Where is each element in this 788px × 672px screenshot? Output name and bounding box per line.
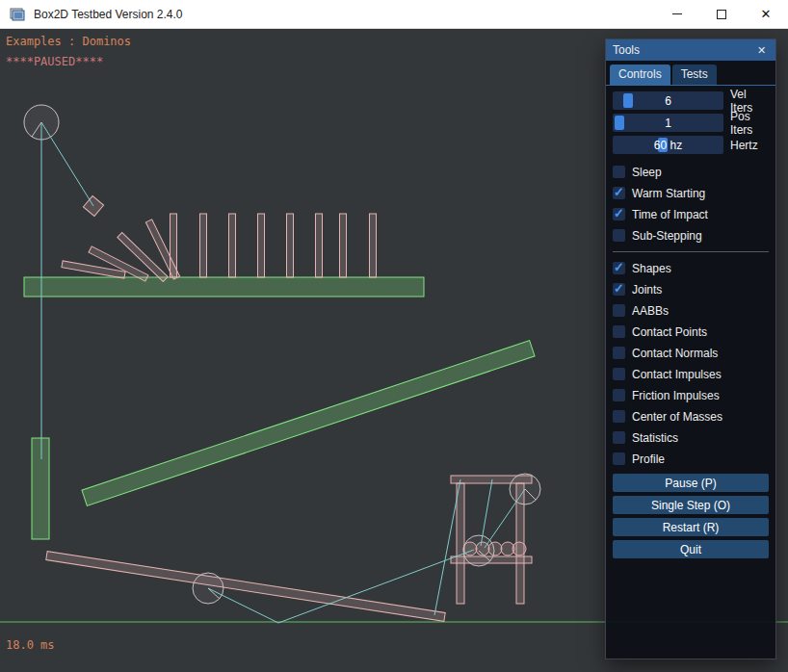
slider-label: Pos Iters xyxy=(730,110,769,137)
domino[interactable] xyxy=(229,214,236,277)
app-icon xyxy=(10,7,25,22)
checkbox-box[interactable]: ✓ xyxy=(613,410,625,423)
checkbox-profile[interactable]: ✓ Profile xyxy=(613,452,769,465)
example-label: Examples : Dominos xyxy=(6,35,131,48)
hertz-slider[interactable]: 60 hz xyxy=(613,136,723,154)
checkbox-label: AABBs xyxy=(632,304,669,318)
checkbox-contact-normals[interactable]: ✓ Contact Normals xyxy=(613,347,769,359)
slider-row-hertz: 60 hz Hertz xyxy=(613,136,769,154)
checkbox-box[interactable]: ✓ xyxy=(613,325,625,338)
slider-value: 60 hz xyxy=(613,136,723,154)
maximize-icon xyxy=(717,10,726,19)
checkbox-box[interactable]: ✓ xyxy=(613,389,625,401)
tab-bar: Controls Tests xyxy=(606,61,775,86)
checkbox-box[interactable]: ✓ xyxy=(613,347,625,359)
checkbox-label: Contact Points xyxy=(632,325,707,339)
checkbox-label: Statistics xyxy=(632,431,678,445)
checkbox-label: Joints xyxy=(632,283,662,297)
checkbox-label: Contact Impulses xyxy=(632,368,722,381)
pause-button[interactable]: Pause (P) xyxy=(613,474,769,492)
vertical-plank xyxy=(32,438,49,539)
domino[interactable] xyxy=(200,214,207,277)
tab-controls[interactable]: Controls xyxy=(610,65,670,85)
frame-left-post[interactable] xyxy=(457,483,464,604)
checkbox-label: Sub-Stepping xyxy=(632,229,702,243)
tools-panel-titlebar[interactable]: Tools ✕ xyxy=(606,39,775,61)
checkbox-box[interactable]: ✓ xyxy=(613,304,625,317)
checkbox-friction-impulses[interactable]: ✓ Friction Impulses xyxy=(613,389,769,401)
slider-row-pos-iters: 1 Pos Iters xyxy=(613,114,769,132)
domino[interactable] xyxy=(370,214,377,277)
tools-panel-title: Tools xyxy=(613,43,640,57)
quit-button[interactable]: Quit xyxy=(613,540,769,558)
checkbox-box[interactable]: ✓ xyxy=(613,187,625,199)
checkbox-label: Contact Normals xyxy=(632,347,718,360)
checkbox-box[interactable]: ✓ xyxy=(613,208,625,220)
tools-panel: Tools ✕ Controls Tests 6 Vel Iters 1 Pos… xyxy=(605,39,776,659)
checkbox-box[interactable]: ✓ xyxy=(613,166,625,178)
platform-shelf xyxy=(24,277,424,297)
checkbox-contact-impulses[interactable]: ✓ Contact Impulses xyxy=(613,368,769,380)
tab-tests[interactable]: Tests xyxy=(672,65,717,85)
joint-line xyxy=(41,122,93,206)
checkbox-center-of-masses[interactable]: ✓ Center of Masses xyxy=(613,410,769,423)
slider-value: 1 xyxy=(613,114,723,132)
checkbox-box[interactable]: ✓ xyxy=(613,452,625,465)
restart-button[interactable]: Restart (R) xyxy=(613,518,769,536)
window-titlebar[interactable]: Box2D Testbed Version 2.4.0 ✕ xyxy=(0,0,788,29)
vel-iters-slider[interactable]: 6 xyxy=(613,91,723,110)
window-title: Box2D Testbed Version 2.4.0 xyxy=(34,8,183,21)
close-icon: ✕ xyxy=(761,7,772,21)
minimize-icon xyxy=(672,13,682,14)
checkbox-joints[interactable]: ✓ Joints xyxy=(613,283,769,296)
tilted-plank[interactable] xyxy=(46,552,445,622)
checkbox-label: Profile xyxy=(632,452,665,466)
minimize-button[interactable] xyxy=(655,0,699,28)
checkbox-aabbs[interactable]: ✓ AABBs xyxy=(613,304,769,317)
checkbox-box[interactable]: ✓ xyxy=(613,431,625,444)
frame-time-label: 18.0 ms xyxy=(6,638,55,652)
domino[interactable] xyxy=(287,214,294,277)
domino[interactable] xyxy=(171,214,177,277)
checkbox-box[interactable]: ✓ xyxy=(613,262,625,274)
domino[interactable] xyxy=(316,214,323,277)
paused-label: ****PAUSED**** xyxy=(6,55,103,68)
panel-close-button[interactable]: ✕ xyxy=(754,43,769,58)
domino[interactable] xyxy=(258,214,265,277)
checkbox-label: Sleep xyxy=(632,166,662,179)
checkbox-sleep[interactable]: ✓ Sleep xyxy=(613,166,769,178)
checkbox-shapes[interactable]: ✓ Shapes xyxy=(613,262,769,274)
check-icon: ✓ xyxy=(614,280,624,297)
checkbox-box[interactable]: ✓ xyxy=(613,368,625,380)
checkbox-label: Center of Masses xyxy=(632,410,722,424)
domino[interactable] xyxy=(340,214,347,277)
pos-iters-slider[interactable]: 1 xyxy=(613,114,723,132)
small-ball[interactable] xyxy=(512,542,526,556)
checkbox-label: Shapes xyxy=(632,262,671,275)
maximize-button[interactable] xyxy=(699,0,744,28)
checkbox-warm-starting[interactable]: ✓ Warm Starting xyxy=(613,187,769,199)
slider-row-vel-iters: 6 Vel Iters xyxy=(613,91,769,110)
checkbox-contact-points[interactable]: ✓ Contact Points xyxy=(613,325,769,338)
joint-line xyxy=(481,479,492,546)
checkbox-box[interactable]: ✓ xyxy=(613,283,625,296)
close-button[interactable]: ✕ xyxy=(744,0,788,28)
separator xyxy=(613,251,769,252)
checkbox-sub-stepping[interactable]: ✓ Sub-Stepping xyxy=(613,229,769,242)
checkbox-statistics[interactable]: ✓ Statistics xyxy=(613,431,769,444)
check-icon: ✓ xyxy=(614,205,624,221)
checkbox-label: Warm Starting xyxy=(632,187,705,200)
checkbox-label: Time of Impact xyxy=(632,208,708,221)
checkbox-time-of-impact[interactable]: ✓ Time of Impact xyxy=(613,208,769,220)
panel-content: 6 Vel Iters 1 Pos Iters 60 hz Hertz ✓ Sl… xyxy=(606,86,775,659)
window-controls: ✕ xyxy=(655,0,788,28)
checkbox-box[interactable]: ✓ xyxy=(613,229,625,242)
checkbox-label: Friction Impulses xyxy=(632,389,720,402)
check-icon: ✓ xyxy=(614,184,624,200)
check-icon: ✓ xyxy=(614,259,624,275)
slider-value: 6 xyxy=(613,91,723,110)
single-step-button[interactable]: Single Step (O) xyxy=(613,496,769,514)
slider-label: Hertz xyxy=(730,139,758,152)
